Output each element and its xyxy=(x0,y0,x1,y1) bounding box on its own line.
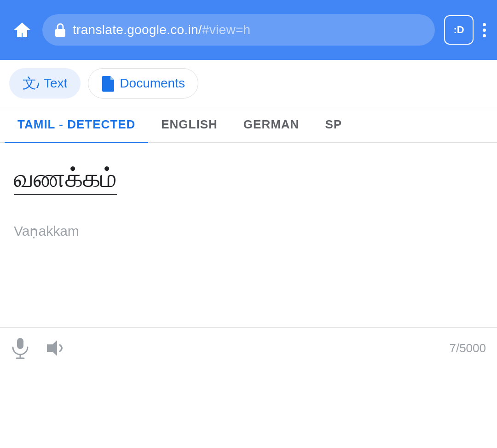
speaker-icon xyxy=(44,338,66,358)
tab-bar: 文A Text Documents xyxy=(0,60,497,107)
home-button[interactable] xyxy=(11,19,33,41)
tab-text[interactable]: 文A Text xyxy=(9,68,81,99)
svg-rect-0 xyxy=(55,29,65,37)
menu-dot xyxy=(483,23,486,26)
url-text: translate.google.co.in/#view=h xyxy=(73,23,250,37)
browser-menu-button[interactable] xyxy=(483,23,486,37)
lang-tab-spanish[interactable]: SP xyxy=(312,107,355,143)
char-count: 7/5000 xyxy=(449,341,486,355)
browser-chrome: translate.google.co.in/#view=h :D xyxy=(0,0,497,60)
lock-icon xyxy=(53,22,67,38)
document-icon xyxy=(101,75,115,92)
tamil-input-text: வணக்கம் xyxy=(14,162,483,195)
lang-tab-german[interactable]: GERMAN xyxy=(231,107,312,143)
lang-tab-tamil[interactable]: TAMIL - DETECTED xyxy=(5,107,148,143)
app-container: 文A Text Documents TAMIL - DETECTED ENGLI… xyxy=(0,60,497,448)
lang-tab-english[interactable]: ENGLISH xyxy=(148,107,231,143)
svg-text:文A: 文A xyxy=(23,76,39,91)
language-bar: TAMIL - DETECTED ENGLISH GERMAN SP xyxy=(0,107,497,143)
transliteration-text: Vaṇakkam xyxy=(14,223,483,244)
input-footer: 7/5000 xyxy=(0,327,497,370)
menu-dot xyxy=(483,29,486,32)
url-bar[interactable]: translate.google.co.in/#view=h xyxy=(42,14,435,46)
microphone-icon xyxy=(11,337,29,359)
microphone-button[interactable] xyxy=(11,337,29,359)
speaker-button[interactable] xyxy=(44,338,66,358)
svg-rect-2 xyxy=(17,338,23,349)
menu-dot xyxy=(483,34,486,37)
footer-icons xyxy=(11,337,66,359)
translate-icon: 文A xyxy=(23,75,39,92)
svg-marker-5 xyxy=(47,340,57,356)
tab-documents[interactable]: Documents xyxy=(88,68,198,99)
input-area[interactable]: வணக்கம் Vaṇakkam xyxy=(0,143,497,327)
browser-action-button[interactable]: :D xyxy=(444,15,474,45)
